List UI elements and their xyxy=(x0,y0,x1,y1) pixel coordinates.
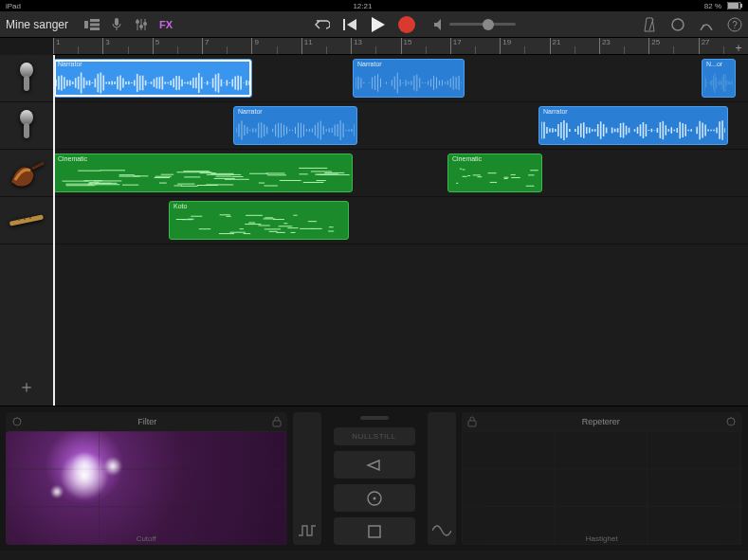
settings-button[interactable] xyxy=(699,17,714,32)
svg-rect-49 xyxy=(155,176,172,177)
svg-rect-108 xyxy=(329,226,334,227)
svg-rect-52 xyxy=(216,176,231,177)
svg-rect-100 xyxy=(467,175,470,176)
fx-panel: Filter Cutoff NULLSTILL xyxy=(0,406,748,551)
midi-clip[interactable]: Cinematic xyxy=(447,154,542,192)
fx-view-button[interactable]: FX xyxy=(154,15,178,34)
volume-icon xyxy=(434,19,446,30)
svg-rect-99 xyxy=(511,174,516,175)
svg-rect-71 xyxy=(159,183,167,184)
svg-rect-116 xyxy=(308,221,317,222)
playhead[interactable] xyxy=(53,55,55,406)
svg-rect-3 xyxy=(84,21,88,28)
svg-point-12 xyxy=(139,25,143,28)
master-volume[interactable] xyxy=(434,19,516,30)
fx-pad-left: Filter Cutoff xyxy=(6,412,287,545)
undo-button[interactable] xyxy=(313,18,330,31)
midi-clip[interactable]: Koto xyxy=(169,201,349,240)
svg-rect-118 xyxy=(246,215,263,216)
svg-rect-129 xyxy=(265,228,281,229)
svg-rect-4 xyxy=(90,19,100,22)
svg-rect-77 xyxy=(161,174,173,175)
track-lane[interactable]: Koto xyxy=(53,197,748,244)
svg-rect-28 xyxy=(24,123,29,138)
fx-scratch-button[interactable] xyxy=(334,484,415,512)
clip-label: Koto xyxy=(173,203,187,209)
rewind-button[interactable] xyxy=(343,18,358,31)
fx-left-lock-icon[interactable] xyxy=(272,416,282,427)
clip-label: N...or xyxy=(706,61,722,67)
svg-rect-70 xyxy=(214,178,235,179)
track-lanes[interactable]: NarratorNarratorN...orNarratorNarratorCi… xyxy=(53,55,748,406)
fx-wobble-strip[interactable] xyxy=(428,412,456,545)
svg-rect-112 xyxy=(265,217,273,218)
clip-label: Cinematic xyxy=(58,155,87,162)
svg-rect-58 xyxy=(207,174,234,175)
fx-right-link-icon[interactable] xyxy=(725,416,737,427)
mixer-view-button[interactable] xyxy=(129,15,154,34)
record-button[interactable] xyxy=(398,16,415,33)
svg-point-33 xyxy=(29,217,31,219)
mic-view-button[interactable] xyxy=(104,15,129,34)
svg-rect-92 xyxy=(530,170,538,171)
fx-right-xy-pad[interactable]: Hastighet xyxy=(462,431,743,545)
fx-left-link-icon[interactable] xyxy=(11,416,23,427)
metronome-button[interactable] xyxy=(642,17,657,32)
svg-rect-128 xyxy=(176,219,186,220)
svg-rect-46 xyxy=(324,172,344,173)
tracks-view-button[interactable] xyxy=(80,15,104,34)
clip-label: Narrator xyxy=(238,108,263,115)
svg-rect-65 xyxy=(299,168,327,169)
svg-rect-107 xyxy=(269,231,278,232)
fx-right-lock-icon[interactable] xyxy=(467,416,477,427)
timeline-ruler[interactable]: 1357911131517192123252729 ＋ xyxy=(53,38,748,55)
svg-rect-1 xyxy=(728,3,739,9)
fx-reverse-button[interactable] xyxy=(334,451,415,479)
svg-point-25 xyxy=(20,63,33,78)
svg-rect-88 xyxy=(528,174,534,175)
transport-controls xyxy=(313,16,415,33)
track-header[interactable] xyxy=(0,197,53,244)
fx-panel-handle[interactable] xyxy=(360,416,389,420)
tracks-area: ＋ NarratorNarratorN...orNarratorNarrator… xyxy=(0,55,748,406)
help-button[interactable]: ? xyxy=(727,17,742,32)
fx-stop-button[interactable] xyxy=(334,517,415,545)
svg-marker-17 xyxy=(372,17,385,32)
audio-clip[interactable]: Narrator xyxy=(233,106,357,145)
ios-status-bar: iPad 12:21 82 % xyxy=(0,0,748,11)
svg-rect-127 xyxy=(273,219,284,220)
svg-rect-79 xyxy=(211,173,234,174)
svg-rect-69 xyxy=(303,182,324,183)
track-lane[interactable]: CinematicCinematic xyxy=(53,150,748,197)
audio-clip[interactable]: Narrator xyxy=(53,59,252,98)
loop-button[interactable] xyxy=(670,17,685,32)
add-section-button[interactable]: ＋ xyxy=(733,40,744,55)
audio-clip[interactable]: Narrator xyxy=(538,106,728,145)
track-header[interactable] xyxy=(0,102,53,150)
svg-rect-105 xyxy=(240,228,244,229)
add-track-button[interactable]: ＋ xyxy=(0,368,53,406)
audio-clip[interactable]: Narrator xyxy=(353,59,465,98)
track-header[interactable] xyxy=(0,150,53,197)
track-header[interactable] xyxy=(0,55,53,102)
play-button[interactable] xyxy=(372,17,385,32)
main-toolbar: Mine sanger FX ? xyxy=(0,11,748,38)
fx-left-xy-pad[interactable]: Cutoff xyxy=(6,431,287,545)
fx-touch-indicator xyxy=(56,447,113,504)
track-headers: ＋ xyxy=(0,55,53,406)
sine-wave-icon xyxy=(432,524,451,537)
svg-rect-131 xyxy=(293,215,297,216)
fx-reset-button[interactable]: NULLSTILL xyxy=(334,427,415,445)
fx-gate-strip[interactable] xyxy=(293,412,321,545)
clip-label: Narrator xyxy=(357,61,382,67)
midi-clip[interactable]: Cinematic xyxy=(53,154,353,192)
svg-rect-83 xyxy=(320,174,349,175)
audio-clip[interactable]: N...or xyxy=(702,59,736,98)
svg-rect-54 xyxy=(280,180,301,181)
volume-slider[interactable] xyxy=(449,23,516,26)
svg-rect-80 xyxy=(249,173,268,174)
project-title[interactable]: Mine sanger xyxy=(6,18,68,31)
track-lane[interactable]: NarratorNarrator xyxy=(53,102,748,150)
svg-rect-56 xyxy=(259,183,265,184)
track-lane[interactable]: NarratorNarratorN...or xyxy=(53,55,748,102)
